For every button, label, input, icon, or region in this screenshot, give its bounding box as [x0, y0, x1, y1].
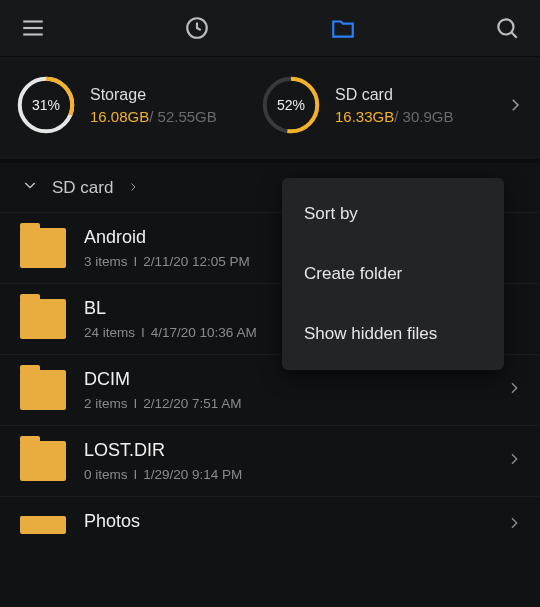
- list-item[interactable]: Photos: [0, 497, 540, 552]
- folder-icon: [20, 516, 66, 534]
- folder-name: Photos: [84, 511, 488, 532]
- search-icon[interactable]: [494, 15, 520, 41]
- svg-line-5: [511, 32, 516, 37]
- storage-sdcard-values: 16.33GB/ 30.9GB: [335, 108, 453, 125]
- storage-sdcard-label: SD card: [335, 86, 453, 104]
- chevron-right-icon: [506, 451, 522, 471]
- folder-icon: [20, 228, 66, 268]
- storage-summary[interactable]: 31% Storage 16.08GB/ 52.55GB 52% SD card…: [0, 56, 540, 163]
- chevron-down-icon: [22, 177, 38, 198]
- storage-internal[interactable]: 31% Storage 16.08GB/ 52.55GB: [16, 75, 261, 135]
- folder-icon: [20, 299, 66, 339]
- menu-sort-by[interactable]: Sort by: [282, 184, 504, 244]
- menu-icon[interactable]: [20, 15, 46, 41]
- folder-name: LOST.DIR: [84, 440, 488, 461]
- storage-internal-label: Storage: [90, 86, 217, 104]
- storage-sdcard-ring: 52%: [261, 75, 321, 135]
- recent-icon[interactable]: [184, 15, 210, 41]
- folder-meta: 0 itemsI1/29/20 9:14 PM: [84, 467, 488, 482]
- menu-create-folder[interactable]: Create folder: [282, 244, 504, 304]
- chevron-right-icon: [506, 380, 522, 400]
- chevron-right-icon: [127, 178, 139, 198]
- files-tab-icon[interactable]: [330, 15, 356, 41]
- storage-sdcard[interactable]: 52% SD card 16.33GB/ 30.9GB: [261, 75, 506, 135]
- breadcrumb-location: SD card: [52, 178, 113, 198]
- context-menu: Sort by Create folder Show hidden files: [282, 178, 504, 370]
- storage-chevron-icon: [506, 96, 524, 114]
- folder-meta: 2 itemsI2/12/20 7:51 AM: [84, 396, 488, 411]
- folder-icon: [20, 441, 66, 481]
- chevron-right-icon: [506, 515, 522, 535]
- storage-internal-values: 16.08GB/ 52.55GB: [90, 108, 217, 125]
- storage-internal-ring: 31%: [16, 75, 76, 135]
- svg-point-4: [498, 19, 513, 34]
- menu-show-hidden[interactable]: Show hidden files: [282, 304, 504, 364]
- list-item[interactable]: LOST.DIR 0 itemsI1/29/20 9:14 PM: [0, 426, 540, 497]
- storage-internal-percent: 31%: [16, 75, 76, 135]
- folder-name: DCIM: [84, 369, 488, 390]
- folder-icon: [20, 370, 66, 410]
- storage-sdcard-percent: 52%: [261, 75, 321, 135]
